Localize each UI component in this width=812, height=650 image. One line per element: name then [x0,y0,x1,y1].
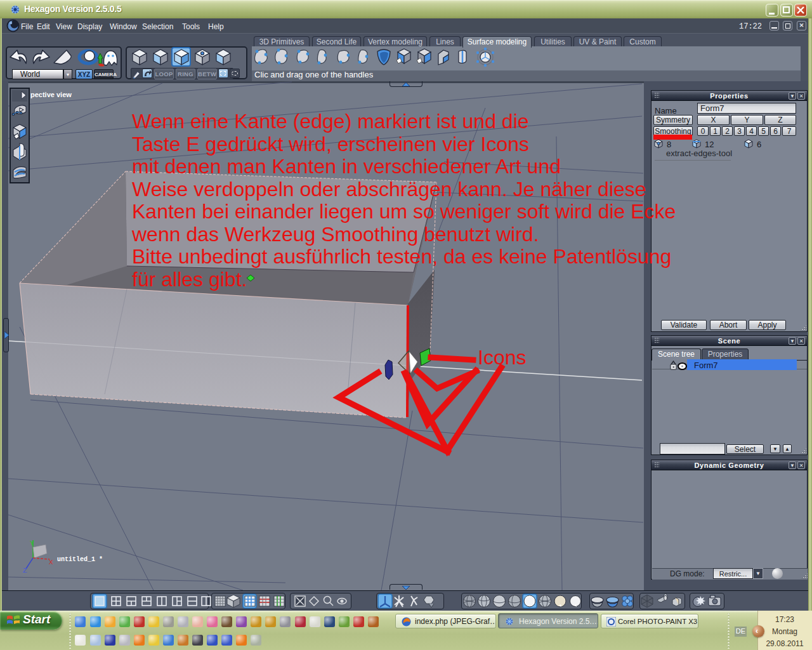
svg-text:Z: Z [23,567,27,574]
svg-text:X: X [49,559,53,566]
svg-text:Y: Y [30,540,34,547]
svg-text:12: 12 [705,140,714,149]
svg-text:6: 6 [757,140,761,149]
